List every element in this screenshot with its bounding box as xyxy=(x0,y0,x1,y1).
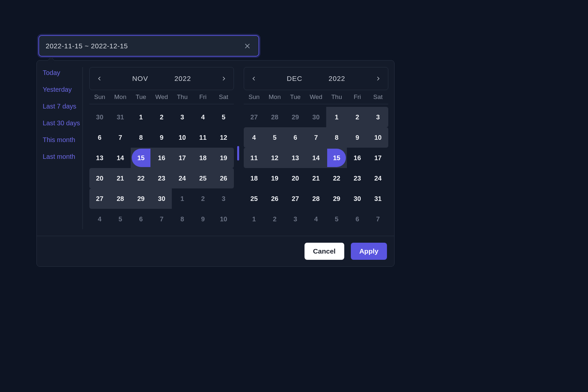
day-cell[interactable]: 6 xyxy=(131,209,151,229)
prev-month-button[interactable] xyxy=(94,73,105,84)
day-cell[interactable]: 4 xyxy=(306,209,327,229)
preset-today[interactable]: Today xyxy=(43,69,80,77)
day-cell[interactable]: 27 xyxy=(89,188,110,209)
day-cell[interactable]: 6 xyxy=(285,127,306,148)
day-cell[interactable]: 2 xyxy=(151,107,172,127)
day-cell[interactable]: 19 xyxy=(264,168,285,188)
day-cell[interactable]: 27 xyxy=(285,188,306,209)
day-cell[interactable]: 7 xyxy=(110,127,131,148)
day-cell[interactable]: 4 xyxy=(192,107,213,127)
day-cell[interactable]: 18 xyxy=(192,148,213,168)
day-cell[interactable]: 24 xyxy=(172,168,192,188)
day-cell[interactable]: 23 xyxy=(151,168,172,188)
day-cell[interactable]: 1 xyxy=(326,107,347,127)
day-cell[interactable]: 6 xyxy=(89,127,110,148)
day-cell[interactable]: 29 xyxy=(131,188,151,209)
preset-last-30-days[interactable]: Last 30 days xyxy=(43,119,80,127)
day-cell[interactable]: 28 xyxy=(306,188,327,209)
day-cell[interactable]: 21 xyxy=(306,168,327,188)
day-cell[interactable]: 20 xyxy=(285,168,306,188)
clear-button[interactable] xyxy=(243,41,252,51)
date-range-input[interactable]: 2022-11-15 ~ 2022-12-15 xyxy=(38,35,259,57)
day-cell[interactable]: 10 xyxy=(172,127,192,148)
day-cell[interactable]: 29 xyxy=(326,188,347,209)
day-cell[interactable]: 11 xyxy=(244,148,264,168)
next-month-button[interactable] xyxy=(218,73,229,84)
day-cell[interactable]: 7 xyxy=(306,127,327,148)
day-cell[interactable]: 4 xyxy=(244,127,264,148)
day-cell[interactable]: 13 xyxy=(285,148,306,168)
day-cell[interactable]: 30 xyxy=(347,188,368,209)
day-cell[interactable]: 7 xyxy=(151,209,172,229)
day-cell[interactable]: 1 xyxy=(244,209,264,229)
day-cell[interactable]: 2 xyxy=(192,188,213,209)
day-cell[interactable]: 25 xyxy=(244,188,264,209)
day-cell[interactable]: 29 xyxy=(285,107,306,127)
preset-last-month[interactable]: Last month xyxy=(43,153,80,160)
day-cell[interactable]: 9 xyxy=(192,209,213,229)
preset-last-7-days[interactable]: Last 7 days xyxy=(43,103,80,110)
day-cell[interactable]: 28 xyxy=(264,107,285,127)
apply-button[interactable]: Apply xyxy=(351,243,387,260)
day-cell[interactable]: 14 xyxy=(110,148,131,168)
day-cell[interactable]: 5 xyxy=(326,209,347,229)
next-month-button[interactable] xyxy=(373,73,383,84)
preset-this-month[interactable]: This month xyxy=(43,136,80,144)
day-cell[interactable]: 24 xyxy=(368,168,388,188)
day-cell[interactable]: 14 xyxy=(306,148,327,168)
day-cell[interactable]: 9 xyxy=(347,127,368,148)
day-cell[interactable]: 30 xyxy=(89,107,110,127)
day-cell[interactable]: 3 xyxy=(172,107,192,127)
day-cell[interactable]: 2 xyxy=(264,209,285,229)
day-cell[interactable]: 17 xyxy=(368,148,388,168)
day-cell[interactable]: 26 xyxy=(213,168,234,188)
day-cell[interactable]: 21 xyxy=(110,168,131,188)
day-cell[interactable]: 12 xyxy=(264,148,285,168)
day-cell[interactable]: 15 xyxy=(326,148,347,168)
day-cell[interactable]: 5 xyxy=(264,127,285,148)
day-cell[interactable]: 16 xyxy=(151,148,172,168)
day-cell[interactable]: 16 xyxy=(347,148,368,168)
day-cell[interactable]: 10 xyxy=(368,127,388,148)
month-label[interactable]: DEC xyxy=(287,75,302,83)
day-cell[interactable]: 23 xyxy=(347,168,368,188)
day-cell[interactable]: 30 xyxy=(306,107,327,127)
day-cell[interactable]: 2 xyxy=(347,107,368,127)
day-cell[interactable]: 27 xyxy=(244,107,264,127)
day-cell[interactable]: 13 xyxy=(89,148,110,168)
day-cell[interactable]: 17 xyxy=(172,148,192,168)
day-cell[interactable]: 15 xyxy=(131,148,151,168)
day-cell[interactable]: 6 xyxy=(347,209,368,229)
day-cell[interactable]: 9 xyxy=(151,127,172,148)
day-cell[interactable]: 25 xyxy=(192,168,213,188)
day-cell[interactable]: 8 xyxy=(172,209,192,229)
year-label[interactable]: 2022 xyxy=(174,75,191,83)
day-cell[interactable]: 1 xyxy=(172,188,192,209)
day-cell[interactable]: 7 xyxy=(368,209,388,229)
preset-yesterday[interactable]: Yesterday xyxy=(43,86,80,93)
day-cell[interactable]: 22 xyxy=(326,168,347,188)
year-label[interactable]: 2022 xyxy=(328,75,345,83)
cancel-button[interactable]: Cancel xyxy=(305,243,344,260)
day-cell[interactable]: 10 xyxy=(213,209,234,229)
day-cell[interactable]: 1 xyxy=(131,107,151,127)
day-cell[interactable]: 28 xyxy=(110,188,131,209)
day-cell[interactable]: 19 xyxy=(213,148,234,168)
prev-month-button[interactable] xyxy=(249,73,259,84)
day-cell[interactable]: 3 xyxy=(285,209,306,229)
day-cell[interactable]: 20 xyxy=(89,168,110,188)
day-cell[interactable]: 31 xyxy=(368,188,388,209)
month-label[interactable]: NOV xyxy=(132,75,148,83)
day-cell[interactable]: 26 xyxy=(264,188,285,209)
day-cell[interactable]: 8 xyxy=(131,127,151,148)
day-cell[interactable]: 3 xyxy=(368,107,388,127)
day-cell[interactable]: 31 xyxy=(110,107,131,127)
day-cell[interactable]: 22 xyxy=(131,168,151,188)
day-cell[interactable]: 30 xyxy=(151,188,172,209)
day-cell[interactable]: 3 xyxy=(213,188,234,209)
day-cell[interactable]: 5 xyxy=(213,107,234,127)
day-cell[interactable]: 11 xyxy=(192,127,213,148)
day-cell[interactable]: 5 xyxy=(110,209,131,229)
day-cell[interactable]: 12 xyxy=(213,127,234,148)
day-cell[interactable]: 8 xyxy=(326,127,347,148)
